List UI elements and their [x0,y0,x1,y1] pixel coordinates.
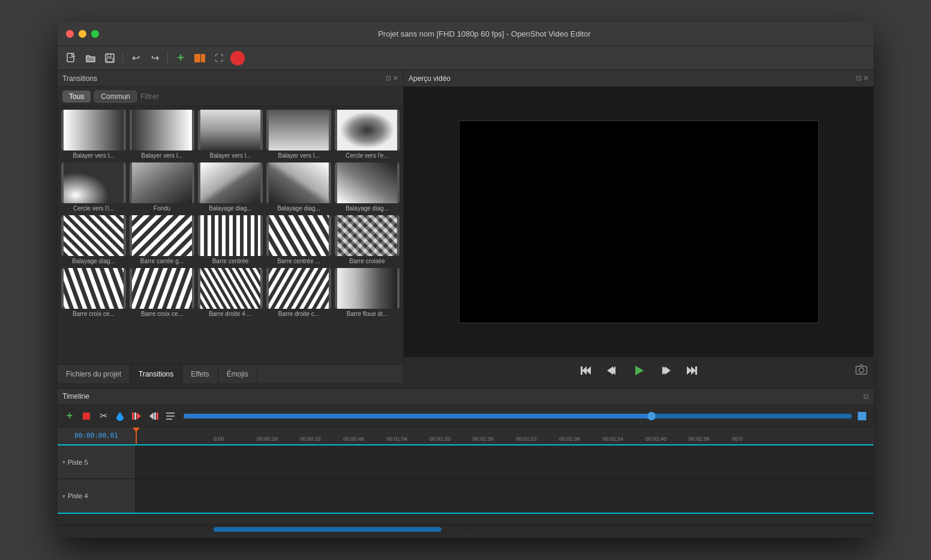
time-marker: 00:02:56 [689,436,710,442]
transition-label: Barre centrée ... [266,258,331,264]
maximize-button[interactable] [91,30,99,38]
save-project-button[interactable] [102,50,118,66]
list-item[interactable]: Barre droite 4 ... [197,267,264,318]
add-button[interactable]: + [173,50,188,66]
filter-bar: Tous Commun [58,87,403,106]
transition-label: Balayage diag... [61,258,126,264]
timeline-scrubber-thumb[interactable] [647,412,656,420]
tab-fichiers[interactable]: Fichiers du projet [58,365,130,384]
list-item[interactable]: Fondu [128,161,196,213]
time-marker: 00:01:20 [430,436,451,442]
timecode-display: 00:00:00,01 [58,427,136,444]
filter-tous-button[interactable]: Tous [62,91,91,103]
more-button[interactable] [163,409,178,423]
transition-label: Fondu [130,205,194,212]
main-window: Projet sans nom [FHD 1080p 60 fps] - Ope… [58,22,873,538]
svg-marker-57 [691,366,696,375]
svg-rect-13 [132,162,192,203]
track-content[interactable] [136,479,873,513]
filter-commun-button[interactable]: Commun [94,91,137,103]
svg-rect-16 [337,162,397,203]
timeline-section: Timeline ⊡ + ✂ [58,388,873,538]
svg-rect-65 [132,413,134,420]
list-item[interactable]: Balayage diag... [334,161,401,213]
jump-start-button[interactable] [578,362,594,379]
transition-thumb [198,110,263,150]
list-item[interactable]: Barre croix ce... [60,267,127,318]
timeline-progress-bar[interactable] [184,414,852,419]
track-name: Piste 4 [68,492,88,499]
track-content[interactable] [136,445,873,478]
cut-button[interactable]: ✂ [96,409,110,423]
svg-rect-51 [581,366,582,375]
jump-start-tl-button[interactable] [130,409,144,423]
prev-frame-button[interactable] [604,362,621,379]
undo-button[interactable]: ↩ [128,50,143,66]
add-track-button[interactable]: + [62,409,77,423]
list-item[interactable]: Balayer vers l... [197,109,264,160]
transition-label: Cercle vers l'i... [61,205,126,212]
list-item[interactable]: Cercle vers l'i... [60,161,127,213]
list-item[interactable]: Barre floue dr... [334,267,401,318]
preview-mode-button[interactable] [192,50,208,66]
jump-end-tl-button[interactable] [146,409,161,423]
preview-header-icons: ⊡ ✕ [856,74,869,82]
tab-effets[interactable]: Effets [182,365,218,384]
horizontal-scrollbar[interactable] [214,527,442,532]
list-item[interactable]: Balayage diag... [197,161,264,213]
svg-rect-47 [337,268,397,309]
transitions-header-icons: ⊡ ✕ [386,74,398,82]
list-item[interactable]: Balayer vers l... [60,109,127,160]
transition-label: Barre floue dr... [335,311,400,317]
panel-separator[interactable]: · · · · · [58,383,873,388]
timeline-title: Timeline [62,392,89,401]
transition-thumb [335,110,400,150]
redo-button[interactable]: ↪ [147,50,163,66]
track-collapse-icon[interactable]: ▾ [62,459,65,465]
tab-transitions[interactable]: Transitions [130,365,182,384]
ripple-button[interactable] [113,409,127,423]
list-item[interactable]: Balayage diag... [60,214,127,266]
table-row: ▾ Piste 4 [58,479,873,514]
bottom-separator[interactable]: · · · · · [58,533,873,538]
screenshot-button[interactable] [855,364,867,377]
time-marker: 0:00 [214,436,224,442]
remove-clip-button[interactable] [79,409,94,423]
playhead-arrow [133,427,140,432]
tracks-container: 00:00:00,01 0:00 00:00:16 00:00:32 00:00… [58,427,873,525]
transitions-header: Transitions ⊡ ✕ [58,70,403,87]
record-button[interactable] [230,51,245,65]
play-button[interactable] [630,362,647,379]
timeline-scrubber[interactable] [180,414,855,419]
track-collapse-icon[interactable]: ▾ [62,493,65,499]
fullscreen-button[interactable]: ⛶ [211,50,227,66]
list-item[interactable]: Barre droite c... [265,267,332,318]
transition-thumb [130,110,194,150]
open-project-button[interactable] [83,50,98,66]
transition-label: Balayer vers l... [198,152,263,159]
list-item[interactable]: Cercle vers l'e... [334,109,401,160]
transition-thumb [335,268,400,309]
tab-emojis[interactable]: Émojis [218,365,257,384]
timeline-header-icon: ⊡ [863,393,869,401]
list-item[interactable]: Barre croisée [334,214,401,266]
list-item[interactable]: Barre centrée ... [265,214,332,266]
filter-search-input[interactable] [140,92,188,101]
jump-end-button[interactable] [683,362,700,379]
close-button[interactable] [66,30,74,38]
list-item[interactable]: Barre carrée g... [128,214,196,266]
list-item[interactable]: Barre centrée [197,214,264,266]
minimize-button[interactable] [79,30,86,38]
list-item[interactable]: Balayer vers l... [265,109,332,160]
svg-rect-62 [83,413,90,420]
time-marker: 00:01:52 [516,436,537,442]
list-item[interactable]: Balayer vers l... [128,109,196,160]
svg-rect-59 [695,366,697,375]
svg-marker-49 [582,366,587,375]
list-item[interactable]: Barre croix ce... [128,267,196,318]
transitions-title: Transitions [62,74,97,83]
list-item[interactable]: Balayage diag... [265,161,332,213]
new-project-button[interactable] [64,50,79,66]
next-frame-button[interactable] [657,362,674,379]
main-toolbar: ↩ ↪ + ⛶ [58,46,873,70]
